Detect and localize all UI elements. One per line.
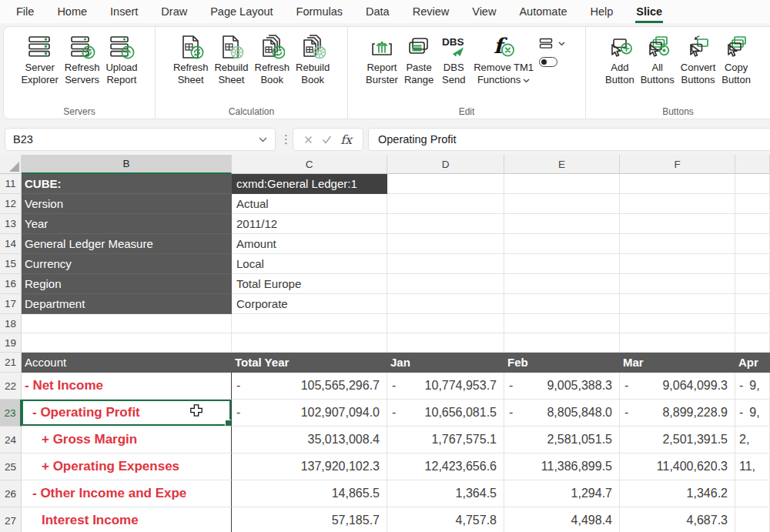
rebuild-book-button[interactable]: RebuildBook bbox=[293, 32, 332, 88]
tab-view[interactable]: View bbox=[471, 1, 497, 23]
cell-G22[interactable]: -9, bbox=[735, 373, 770, 400]
tab-insert[interactable]: Insert bbox=[109, 1, 139, 23]
remove-tm1-button[interactable]: f Remove TM1Functions bbox=[471, 32, 536, 88]
cell-G25[interactable]: 11, bbox=[735, 453, 770, 480]
table-header-feb[interactable]: Feb bbox=[504, 353, 620, 373]
refresh-book-button[interactable]: RefreshBook bbox=[253, 32, 293, 88]
cell-empty[interactable] bbox=[735, 234, 770, 254]
cell-empty[interactable] bbox=[387, 214, 504, 234]
cell-C12[interactable]: Actual bbox=[232, 194, 387, 214]
cell-B12[interactable]: Version bbox=[22, 194, 232, 214]
row-header-11[interactable]: 11 bbox=[0, 174, 22, 194]
cell-D22[interactable]: -10,774,953.7 bbox=[387, 373, 504, 400]
cell-empty[interactable] bbox=[620, 254, 735, 274]
table-header-account[interactable]: Account bbox=[22, 353, 232, 373]
server-explorer-button[interactable]: ServerExplorer bbox=[18, 32, 60, 88]
column-header-E[interactable]: E bbox=[504, 155, 620, 174]
formula-input[interactable]: Operating Profit bbox=[368, 128, 770, 151]
convert-buttons-button[interactable]: ConvertButtons bbox=[678, 32, 718, 88]
cell-F24[interactable]: 2,501,391.5 bbox=[620, 427, 735, 453]
cell-empty[interactable] bbox=[22, 314, 232, 333]
toggle-switch[interactable] bbox=[539, 57, 557, 67]
table-header-total-year[interactable]: Total Year bbox=[232, 353, 387, 373]
tab-formulas[interactable]: Formulas bbox=[296, 1, 343, 23]
cell-empty[interactable] bbox=[735, 333, 770, 353]
cell-empty[interactable] bbox=[735, 254, 770, 274]
cell-empty[interactable] bbox=[620, 274, 735, 294]
table-header-jan[interactable]: Jan bbox=[387, 353, 504, 373]
cell-empty[interactable] bbox=[387, 314, 504, 333]
cell-empty[interactable] bbox=[504, 333, 620, 353]
cell-B14[interactable]: General Ledger Measure bbox=[22, 234, 232, 254]
dbs-send-button[interactable]: DBS DBSSend bbox=[437, 32, 470, 88]
cell-C16[interactable]: Total Europe bbox=[232, 274, 387, 294]
row-header-22[interactable]: 22 bbox=[0, 373, 22, 400]
tab-help[interactable]: Help bbox=[589, 1, 614, 23]
cell-empty[interactable] bbox=[735, 314, 770, 333]
tab-data[interactable]: Data bbox=[365, 1, 390, 23]
tab-automate[interactable]: Automate bbox=[518, 1, 567, 23]
row-header-15[interactable]: 15 bbox=[0, 254, 22, 274]
upload-report-button[interactable]: UploadReport bbox=[103, 32, 139, 88]
row-header-12[interactable]: 12 bbox=[0, 194, 22, 214]
cancel-icon[interactable] bbox=[304, 136, 313, 144]
cell-B23[interactable]: - Operating Profit bbox=[22, 400, 232, 427]
cell-empty[interactable] bbox=[620, 314, 735, 333]
cell-empty[interactable] bbox=[735, 194, 770, 214]
cell-B17[interactable]: Department bbox=[22, 294, 232, 314]
cell-empty[interactable] bbox=[232, 333, 387, 353]
row-header-16[interactable]: 16 bbox=[0, 274, 22, 294]
row-header-24[interactable]: 24 bbox=[0, 427, 22, 453]
column-header-C[interactable]: C bbox=[232, 155, 387, 174]
cell-empty[interactable] bbox=[387, 333, 504, 353]
cell-empty[interactable] bbox=[620, 294, 735, 314]
cell-B11[interactable]: CUBE: bbox=[22, 174, 232, 194]
cell-B26[interactable]: - Other Income and Expe bbox=[22, 480, 232, 507]
cell-empty[interactable] bbox=[504, 214, 620, 234]
cell-E26[interactable]: 1,294.7 bbox=[504, 480, 620, 507]
cell-empty[interactable] bbox=[620, 333, 735, 353]
rebuild-sheet-button[interactable]: RebuildSheet bbox=[212, 32, 250, 88]
cell-C27[interactable]: 57,185.7 bbox=[232, 507, 387, 532]
cell-E27[interactable]: 4,498.4 bbox=[504, 507, 620, 532]
cell-B24[interactable]: + Gross Margin bbox=[22, 427, 232, 453]
tab-review[interactable]: Review bbox=[412, 1, 450, 23]
cell-B16[interactable]: Region bbox=[22, 274, 232, 294]
cell-C25[interactable]: 137,920,102.3 bbox=[232, 453, 387, 480]
row-header-17[interactable]: 17 bbox=[0, 294, 22, 314]
column-header-F[interactable]: F bbox=[620, 155, 735, 174]
cell-empty[interactable] bbox=[22, 333, 232, 353]
cell-C13[interactable]: 2011/12 bbox=[232, 214, 387, 234]
row-header-19[interactable]: 19 bbox=[0, 333, 22, 353]
add-button-button[interactable]: AddButton bbox=[603, 32, 637, 88]
cell-empty[interactable] bbox=[504, 274, 620, 294]
cell-G27[interactable] bbox=[735, 507, 770, 532]
column-header-B[interactable]: B bbox=[22, 155, 232, 174]
cell-B22[interactable]: - Net Income bbox=[22, 373, 232, 400]
cell-empty[interactable] bbox=[387, 234, 504, 254]
cell-empty[interactable] bbox=[504, 254, 620, 274]
cell-F26[interactable]: 1,346.2 bbox=[620, 480, 735, 507]
cell-empty[interactable] bbox=[504, 294, 620, 314]
cell-empty[interactable] bbox=[387, 274, 504, 294]
cell-empty[interactable] bbox=[735, 174, 770, 194]
cell-D26[interactable]: 1,364.5 bbox=[387, 480, 504, 507]
row-header-25[interactable]: 25 bbox=[0, 453, 22, 480]
cell-empty[interactable] bbox=[232, 314, 387, 333]
cell-C22[interactable]: -105,565,296.7 bbox=[232, 373, 387, 400]
row-header-21[interactable]: 21 bbox=[0, 353, 22, 373]
cell-empty[interactable] bbox=[620, 214, 735, 234]
cell-D24[interactable]: 1,767,575.1 bbox=[387, 427, 504, 453]
cell-empty[interactable] bbox=[387, 254, 504, 274]
row-header-27[interactable]: 27 bbox=[0, 507, 22, 532]
cell-empty[interactable] bbox=[735, 214, 770, 234]
enter-icon[interactable] bbox=[322, 136, 332, 144]
cell-empty[interactable] bbox=[620, 194, 735, 214]
cell-empty[interactable] bbox=[504, 194, 620, 214]
cell-empty[interactable] bbox=[504, 314, 620, 333]
column-header-D[interactable]: D bbox=[387, 155, 504, 174]
layout-options-button[interactable] bbox=[539, 38, 565, 49]
cell-F27[interactable]: 4,687.3 bbox=[620, 507, 735, 532]
cell-D25[interactable]: 12,423,656.6 bbox=[387, 453, 504, 480]
cell-C15[interactable]: Local bbox=[232, 254, 387, 274]
